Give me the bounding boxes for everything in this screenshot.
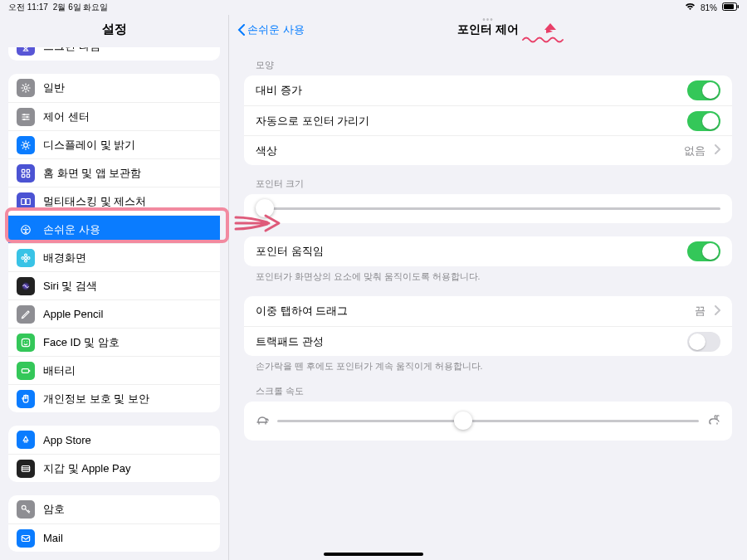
row-inertia-label: 트랙패드 관성: [256, 334, 679, 349]
svg-point-20: [27, 256, 30, 259]
gear-icon: [17, 79, 35, 97]
section-scrollspeed-label: 스크롤 속도: [244, 373, 732, 402]
row-contrast[interactable]: 대비 증가: [244, 75, 732, 105]
svg-rect-29: [22, 535, 29, 541]
sidebar-item-rectangles[interactable]: 멀티태스킹 및 제스처: [8, 187, 220, 215]
sidebar-item-label: 디스플레이 및 밝기: [43, 138, 212, 153]
svg-point-3: [24, 86, 27, 90]
chevron-left-icon: [237, 24, 246, 36]
sidebar-item-label: 손쉬운 사용: [43, 222, 212, 237]
sidebar-item-key[interactable]: 암호: [8, 495, 220, 523]
row-autohide[interactable]: 자동으로 포인터 가리기: [244, 105, 732, 135]
appstore-icon: [17, 431, 35, 449]
pointer-size-slider[interactable]: [256, 207, 720, 210]
sidebar-item-face[interactable]: Face ID 및 암호: [8, 328, 220, 356]
svg-point-6: [23, 118, 25, 119]
mail-icon: [17, 529, 35, 548]
svg-rect-27: [22, 465, 29, 471]
sidebar-item-label: 제어 센터: [43, 110, 212, 124]
appearance-group: 대비 증가 자동으로 포인터 가리기 색상 없음: [244, 75, 732, 165]
sidebar-item-label: Siri 및 검색: [43, 279, 212, 294]
sidebar-item-siri[interactable]: Siri 및 검색: [8, 271, 220, 299]
svg-point-5: [27, 115, 28, 117]
sidebar-item-hourglass[interactable]: 스크린 타임: [8, 47, 220, 61]
sidebar-item-sliders[interactable]: 제어 센터: [8, 102, 220, 130]
key-icon: [17, 500, 35, 519]
sidebar-item-battery[interactable]: 배터리: [8, 356, 220, 384]
scroll-speed-slider[interactable]: [277, 420, 699, 422]
sidebar-item-sun[interactable]: 디스플레이 및 밝기: [8, 130, 220, 158]
sidebar-item-grid[interactable]: 홈 화면 및 앱 보관함: [8, 158, 220, 187]
back-label: 손쉬운 사용: [247, 22, 305, 37]
toggle-animation[interactable]: [687, 241, 720, 261]
detail-scroller[interactable]: 모양 대비 증가 자동으로 포인터 가리기 색상 없음: [229, 46, 747, 560]
scroll-speed-slider-box: [244, 402, 732, 441]
rabbit-icon: [707, 415, 720, 427]
face-icon: [17, 334, 35, 352]
home-indicator[interactable]: [324, 553, 423, 556]
sidebar-item-label: Face ID 및 암호: [43, 335, 212, 350]
back-button[interactable]: 손쉬운 사용: [237, 22, 305, 37]
sun-icon: [17, 136, 35, 154]
footnote-animation: 포인터가 화면상의 요소에 맞춰 움직이도록 허용합니다.: [244, 266, 732, 283]
row-animation-label: 포인터 움직임: [256, 244, 679, 259]
sidebar-item-wallet[interactable]: 지갑 및 Apple Pay: [8, 454, 220, 482]
flower-icon: [17, 249, 35, 267]
siri-icon: [17, 277, 35, 295]
toggle-inertia[interactable]: [687, 332, 720, 352]
sidebar-item-appstore[interactable]: App Store: [8, 426, 220, 454]
sidebar-item-hand[interactable]: 개인정보 보호 및 보안: [8, 384, 220, 412]
svg-rect-1: [738, 5, 740, 8]
sidebar-item-pencil[interactable]: Apple Pencil: [8, 299, 220, 328]
sidebar-item-label: 홈 화면 및 앱 보관함: [43, 166, 212, 181]
battery-icon: [722, 2, 739, 12]
settings-sidebar: 설정 스크린 타임일반제어 센터디스플레이 및 밝기홈 화면 및 앱 보관함멀티…: [0, 15, 229, 560]
sidebar-item-label: 암호: [43, 502, 212, 517]
row-color-value: 없음: [684, 144, 706, 158]
sidebar-item-label: 배터리: [43, 363, 212, 378]
sliders-icon: [17, 108, 35, 126]
hourglass-icon: [17, 47, 35, 56]
slider-thumb[interactable]: [256, 199, 274, 217]
toggle-contrast[interactable]: [687, 80, 720, 100]
svg-rect-22: [22, 338, 29, 346]
sidebar-item-gear[interactable]: 일반: [8, 74, 220, 102]
row-doubletap-value: 끔: [695, 304, 706, 319]
svg-point-15: [25, 226, 27, 228]
sidebar-item-accessibility[interactable]: 손쉬운 사용: [8, 215, 220, 243]
row-autohide-label: 자동으로 포인터 가리기: [256, 114, 679, 129]
sidebar-item-label: 지갑 및 Apple Pay: [43, 461, 212, 476]
wallet-icon: [17, 460, 35, 478]
svg-point-7: [24, 143, 28, 147]
row-animation[interactable]: 포인터 움직임: [244, 236, 732, 266]
row-contrast-label: 대비 증가: [256, 83, 679, 98]
sidebar-scroller[interactable]: 스크린 타임일반제어 센터디스플레이 및 밝기홈 화면 및 앱 보관함멀티태스킹…: [0, 47, 228, 560]
sidebar-item-label: Apple Pencil: [43, 308, 212, 320]
row-inertia[interactable]: 트랙패드 관성: [244, 326, 732, 356]
chevron-right-icon: [714, 305, 720, 318]
status-time: 오전 11:17: [8, 2, 48, 13]
trackpad-group: 이중 탭하여 드래그 끔 트랙패드 관성: [244, 296, 732, 356]
row-color[interactable]: 색상 없음: [244, 135, 732, 165]
svg-point-19: [22, 256, 24, 259]
section-appearance-label: 모양: [244, 46, 732, 75]
svg-point-17: [25, 254, 27, 256]
battery-icon: [17, 362, 35, 380]
slider-thumb[interactable]: [454, 411, 472, 430]
wifi-icon: [685, 2, 696, 12]
svg-point-18: [25, 260, 27, 262]
hand-icon: [17, 390, 35, 408]
sidebar-title: 설정: [0, 15, 228, 47]
sidebar-item-flower[interactable]: 배경화면: [8, 243, 220, 271]
turtle-icon: [256, 415, 269, 427]
svg-rect-9: [27, 169, 30, 173]
chevron-right-icon: [714, 144, 720, 157]
svg-point-23: [24, 341, 25, 342]
page-title: 포인터 제어: [457, 22, 519, 37]
sidebar-item-mail[interactable]: Mail: [8, 523, 220, 552]
toggle-autohide[interactable]: [687, 111, 720, 131]
battery-percent: 81%: [701, 3, 717, 12]
svg-rect-10: [22, 174, 25, 178]
svg-rect-25: [22, 368, 28, 373]
row-doubletap[interactable]: 이중 탭하여 드래그 끔: [244, 296, 732, 326]
